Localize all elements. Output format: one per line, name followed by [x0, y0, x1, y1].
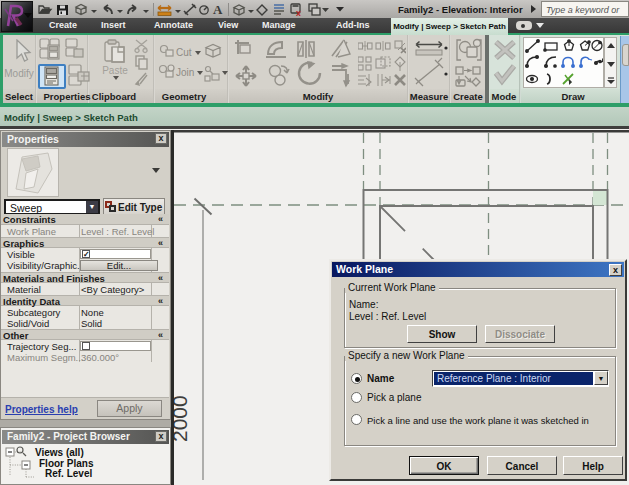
- svg-text:2000: 2000: [174, 395, 191, 442]
- svg-text:x: x: [296, 8, 301, 17]
- svg-text:A: A: [213, 2, 223, 17]
